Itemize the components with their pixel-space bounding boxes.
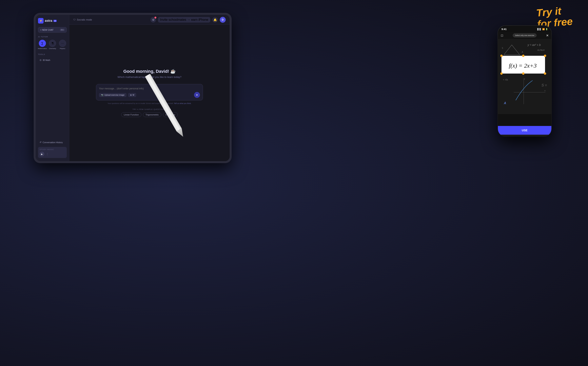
phone-time: 9:41 xyxy=(501,28,507,31)
message-input[interactable] xyxy=(99,87,200,90)
subject-chemistry[interactable]: ⚗ Chemistry xyxy=(48,40,57,49)
phone-status-bar: 9:41 ▌▌▌ 📶 🔋 xyxy=(498,26,551,32)
bell-button[interactable]: 🔔 xyxy=(212,17,218,23)
chem-label: Chemistry xyxy=(49,48,56,49)
disclaimer-text: Your questions will be answered by an AI… xyxy=(108,102,191,104)
logo-text: astra xyxy=(45,19,52,23)
chat-area: Good morning, David! ☕ Which mathematica… xyxy=(69,25,230,161)
study-music-label: STUDY MUSIC xyxy=(40,148,65,151)
main-content: 🛡 Socratic mode ⚙ 1 Invite schoolmates →… xyxy=(69,15,230,161)
sample-linear-function[interactable]: Linear Function xyxy=(121,112,141,117)
svg-text:y = ax² + b: y = ax² + b xyxy=(527,43,541,46)
svg-point-9 xyxy=(544,72,546,75)
svg-text:x: x xyxy=(544,90,545,92)
header-right: ⚙ 1 Invite schoolmates → earn iPhone 🔔 D xyxy=(151,17,226,23)
tablet-inner: ⚡ astra AI + NEW CHAT ⌘K AI TUTOR ∑ Math… xyxy=(36,15,230,161)
svg-point-6 xyxy=(500,54,503,57)
sample-trigonometric[interactable]: Trigonometric xyxy=(143,112,161,117)
phone-math-bg: y = ax² + b x₁+x₂= 5 A f(x) = 2x+ xyxy=(498,39,551,114)
chem-icon: ⚗ xyxy=(49,40,56,47)
send-button[interactable]: ➤ xyxy=(194,92,200,98)
phone-status-icons: ▌▌▌ 📶 🔋 xyxy=(537,28,548,30)
new-chat-shortcut: ⌘K xyxy=(60,29,64,31)
new-chat-button[interactable]: + NEW CHAT ⌘K xyxy=(38,27,67,33)
use-button[interactable]: USE xyxy=(498,126,551,135)
history-icon: ↺ xyxy=(40,141,41,144)
battery-icon: 🔋 xyxy=(545,28,548,30)
socratic-mode[interactable]: 🛡 Socratic mode xyxy=(73,18,92,21)
svg-text:f(x) = 2x+3: f(x) = 2x+3 xyxy=(509,62,537,69)
play-button[interactable]: ▶ xyxy=(40,152,44,156)
phone-close-button[interactable]: ✕ xyxy=(546,34,548,37)
greeting-text: Good morning, David! ☕ xyxy=(123,69,176,74)
logo-area: ⚡ astra AI xyxy=(38,18,67,23)
svg-text:S =: S = xyxy=(541,83,547,87)
logo-badge: AI xyxy=(54,20,57,22)
signal-icon: ▌▌▌ xyxy=(537,28,541,30)
phone-content: ⊡ Select only one exercise ✕ y = ax² + b… xyxy=(498,32,551,135)
ib-math-icon: ◎ xyxy=(40,59,42,61)
gear-badge: ⚙ 1 xyxy=(151,17,156,23)
tablet-frame: ⚡ astra AI + NEW CHAT ⌘K AI TUTOR ∑ Math… xyxy=(34,13,232,163)
svg-point-8 xyxy=(500,72,503,75)
tools-section: TOOLS ◎ IB Math xyxy=(38,53,67,63)
svg-point-11 xyxy=(522,72,524,75)
wifi-icon: 📶 xyxy=(542,28,545,30)
select-exercise-badge: Select only one exercise xyxy=(513,33,537,37)
math-label: Mathematics xyxy=(38,48,47,49)
phone-back-icon[interactable]: ⊡ xyxy=(501,34,503,37)
sample-label: TRY A FEW SAMPLE QUESTIONS: xyxy=(132,108,167,110)
math-icon: ∑ xyxy=(39,40,46,47)
upload-image-button[interactable]: 📷 Upload exercise image xyxy=(99,93,127,97)
invite-banner[interactable]: Invite schoolmates → earn iPhone xyxy=(158,17,210,23)
phone-top-bar: ⊡ Select only one exercise ✕ xyxy=(498,32,551,39)
svg-text:5: 5 xyxy=(502,47,503,49)
conversation-history[interactable]: ↺ Conversation History xyxy=(38,140,67,145)
svg-text:y: y xyxy=(524,78,525,80)
svg-point-7 xyxy=(544,54,546,57)
subject-physics[interactable]: ··· Physics xyxy=(58,40,67,49)
svg-text:A: A xyxy=(504,101,506,105)
phys-icon: ··· xyxy=(59,40,66,47)
avatar-button[interactable]: D xyxy=(220,17,226,23)
tutor-icons: ∑ Mathematics ⚗ Chemistry ··· Physics xyxy=(38,40,67,49)
notification-dot: 1 xyxy=(154,17,156,19)
keyboard-math-button[interactable]: ⊞ M xyxy=(128,93,136,97)
grid-icon: ⊞ xyxy=(130,94,132,96)
music-controls: ▶ ⋮ xyxy=(40,152,65,156)
sidebar-bottom: ↺ Conversation History STUDY MUSIC ▶ ⋮ xyxy=(38,140,67,158)
svg-text:= 4a: = 4a xyxy=(503,78,508,81)
feedback-link[interactable]: Tell us what you think. xyxy=(174,102,191,104)
input-actions: 📷 Upload exercise image ⊞ M ➤ xyxy=(99,92,200,98)
ib-math-tool[interactable]: ◎ IB Math xyxy=(38,57,67,63)
header: 🛡 Socratic mode ⚙ 1 Invite schoolmates →… xyxy=(69,15,230,25)
ai-tutor-label: AI TUTOR xyxy=(38,36,67,38)
invite-text: Invite schoolmates → earn iPhone xyxy=(160,18,208,22)
tools-label: TOOLS xyxy=(38,53,67,55)
handwriting-svg: y = ax² + b x₁+x₂= 5 A f(x) = 2x+ xyxy=(498,39,551,114)
svg-text:A: A xyxy=(522,51,523,53)
svg-point-10 xyxy=(522,54,524,57)
sidebar: ⚡ astra AI + NEW CHAT ⌘K AI TUTOR ∑ Math… xyxy=(36,15,69,161)
subject-math[interactable]: ∑ Mathematics xyxy=(38,40,47,49)
phone-frame: 9:41 ▌▌▌ 📶 🔋 ⊡ Select only one exercise … xyxy=(498,26,551,137)
phys-label: Physics xyxy=(60,48,65,49)
shield-icon: 🛡 xyxy=(73,18,76,21)
camera-icon: 📷 xyxy=(101,94,103,96)
logo-icon: ⚡ xyxy=(38,18,44,23)
music-options[interactable]: ⋮ xyxy=(46,152,49,156)
message-box: 📷 Upload exercise image ⊞ M ➤ xyxy=(96,84,203,100)
svg-text:x₁+x₂=: x₁+x₂= xyxy=(537,49,545,51)
study-music: STUDY MUSIC ▶ ⋮ xyxy=(38,147,67,158)
ib-math-label: IB Math xyxy=(43,59,50,61)
